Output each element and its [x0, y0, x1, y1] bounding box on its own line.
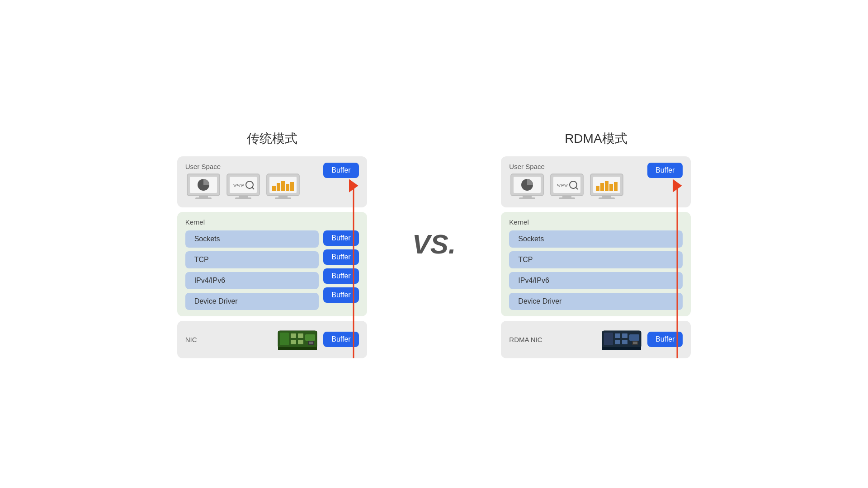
user-buffer-container: Buffer: [323, 163, 359, 178]
svg-rect-49: [600, 183, 604, 191]
svg-rect-61: [629, 334, 639, 341]
kernel-item-device-driver: Device Driver: [185, 293, 319, 310]
kernel-buffer-sockets[interactable]: Buffer: [323, 230, 359, 246]
user-buffer-btn[interactable]: Buffer: [323, 163, 359, 178]
svg-rect-27: [305, 334, 315, 341]
rdma-kernel-item-ipv4ipv6: IPv4/IPv6: [509, 272, 683, 289]
svg-rect-11: [235, 197, 251, 199]
rdma-diagram: RDMA模式 User Space: [501, 130, 691, 358]
kernel-item-ipv4ipv6: IPv4/IPv6: [185, 272, 319, 289]
rdma-nic-label: RDMA NIC: [509, 336, 542, 343]
svg-rect-44: [562, 196, 571, 197]
user-space-label: User Space: [185, 163, 301, 170]
svg-rect-3: [199, 196, 208, 197]
kernel-label: Kernel: [185, 218, 359, 226]
svg-rect-53: [602, 196, 611, 197]
svg-rect-16: [281, 181, 285, 191]
svg-rect-18: [290, 182, 294, 191]
rdma-monitor-2: www: [549, 173, 585, 201]
svg-rect-28: [278, 347, 317, 350]
svg-rect-26: [298, 340, 303, 344]
rdma-kernel-items-col: Sockets TCP IPv4/IPv6 Device Driver: [509, 230, 683, 310]
monitors-row: www: [185, 173, 301, 201]
nic-section: NIC B: [177, 321, 367, 358]
rdma-user-space-content: User Space: [509, 163, 625, 201]
monitor-3: [265, 173, 301, 201]
svg-rect-62: [602, 347, 641, 350]
traditional-title: 传统模式: [247, 130, 297, 147]
svg-rect-37: [523, 196, 532, 197]
traditional-diagram: 传统模式 User Space: [177, 130, 367, 358]
main-container: 传统模式 User Space: [0, 112, 868, 376]
nic-card-icon: [277, 327, 318, 352]
svg-rect-60: [622, 340, 627, 344]
user-space-section: User Space: [177, 156, 367, 207]
kernel-buffer-col: Buffer Buffer Buffer Buffer: [323, 230, 359, 310]
svg-rect-64: [633, 342, 637, 344]
nic-content: Buffer: [277, 327, 359, 352]
rdma-title: RDMA模式: [565, 130, 627, 147]
rdma-kernel-label: Kernel: [509, 218, 683, 226]
svg-rect-4: [195, 197, 212, 199]
rdma-monitor-1: [509, 173, 545, 201]
svg-rect-59: [615, 340, 620, 344]
svg-rect-23: [291, 333, 296, 338]
kernel-item-sockets: Sockets: [185, 230, 319, 248]
rdma-kernel-section: Kernel Sockets TCP IPv4/IPv6 Device Driv…: [501, 212, 691, 316]
rdma-nic-card-icon: [601, 327, 642, 352]
rdma-nic-buffer-btn[interactable]: Buffer: [647, 332, 683, 347]
svg-rect-17: [286, 184, 289, 191]
rdma-user-space-section: User Space: [501, 156, 691, 207]
svg-rect-48: [596, 186, 599, 191]
kernel-buffer-tcp[interactable]: Buffer: [323, 249, 359, 265]
kernel-buffer-ipv4[interactable]: Buffer: [323, 268, 359, 284]
svg-rect-25: [291, 340, 296, 344]
kernel-item-tcp: TCP: [185, 251, 319, 268]
svg-rect-22: [280, 333, 289, 345]
svg-rect-50: [605, 181, 609, 191]
svg-rect-38: [519, 197, 535, 199]
svg-rect-15: [277, 183, 280, 191]
rdma-user-buffer-container: Buffer: [647, 163, 683, 178]
rdma-monitors-row: www: [509, 173, 625, 201]
svg-rect-20: [275, 197, 291, 199]
svg-text:www: www: [557, 182, 568, 188]
rdma-nic-content: Buffer: [601, 327, 683, 352]
svg-rect-54: [599, 197, 615, 199]
user-space-content: User Space: [185, 163, 301, 201]
svg-rect-14: [272, 186, 276, 191]
rdma-nic-section: RDMA NIC Buffer: [501, 321, 691, 358]
vs-label: VS.: [412, 229, 456, 260]
svg-rect-24: [298, 333, 303, 338]
nic-label: NIC: [185, 336, 197, 343]
svg-rect-30: [309, 342, 313, 344]
svg-rect-57: [615, 333, 620, 338]
kernel-inner: Sockets TCP IPv4/IPv6 Device Driver Buff…: [185, 230, 359, 310]
monitor-2: www: [225, 173, 261, 201]
rdma-user-buffer-btn[interactable]: Buffer: [647, 163, 683, 178]
kernel-items-col: Sockets TCP IPv4/IPv6 Device Driver: [185, 230, 319, 310]
monitor-1: [185, 173, 222, 201]
rdma-user-space-label: User Space: [509, 163, 625, 170]
svg-rect-58: [622, 333, 627, 338]
svg-rect-52: [614, 182, 618, 191]
rdma-kernel-item-tcp: TCP: [509, 251, 683, 268]
svg-rect-45: [559, 197, 575, 199]
svg-rect-51: [609, 184, 613, 191]
svg-rect-10: [239, 196, 248, 197]
kernel-buffer-driver[interactable]: Buffer: [323, 287, 359, 303]
kernel-section: Kernel Sockets TCP IPv4/IPv6 Device Driv…: [177, 212, 367, 316]
rdma-kernel-item-sockets: Sockets: [509, 230, 683, 248]
svg-text:www: www: [233, 182, 244, 188]
svg-rect-56: [604, 333, 613, 345]
svg-rect-19: [278, 196, 288, 197]
nic-buffer-btn[interactable]: Buffer: [323, 332, 359, 347]
rdma-monitor-3: [589, 173, 625, 201]
rdma-kernel-item-device-driver: Device Driver: [509, 293, 683, 310]
